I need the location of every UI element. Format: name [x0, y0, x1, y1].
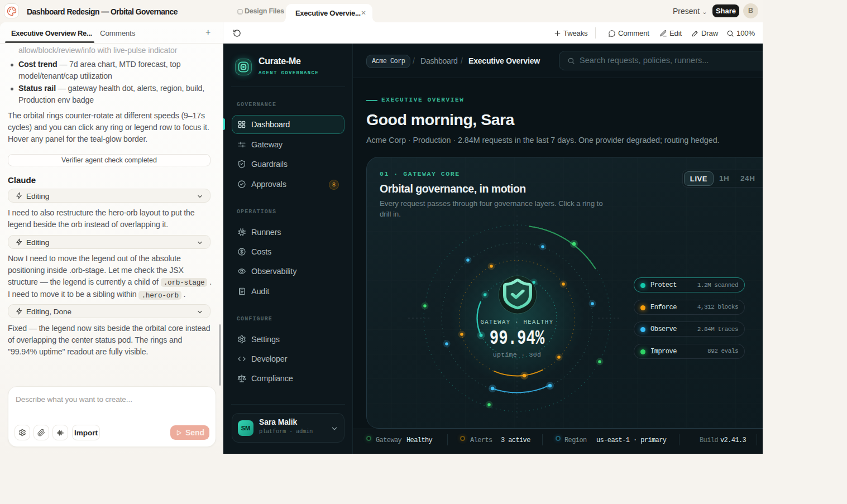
svg-text:GATEWAY · HEALTHY: GATEWAY · HEALTHY — [481, 319, 554, 325]
svg-text:uptime · 30d: uptime · 30d — [493, 351, 541, 358]
svg-text:99.94%: 99.94% — [490, 327, 545, 350]
